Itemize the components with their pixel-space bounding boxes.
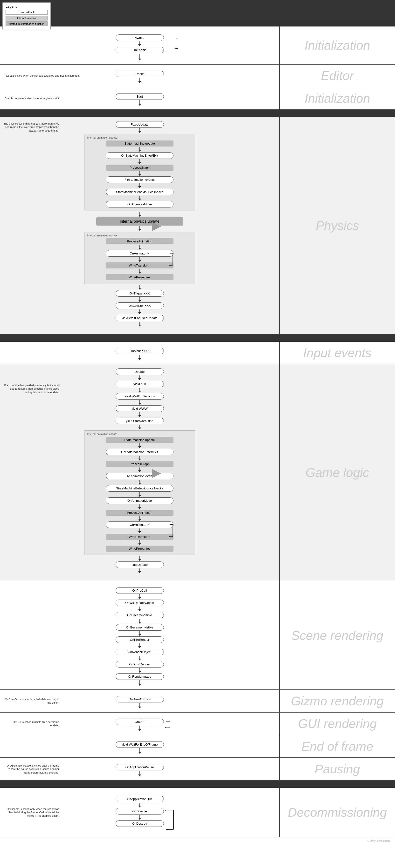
internal-physics-update: Internal physics update xyxy=(96,217,183,225)
yield-wait-for-seconds: yield WaitForSeconds xyxy=(116,393,164,400)
scene-section-label: Scene rendering xyxy=(291,628,384,643)
physics-main: The physics cycle may happen more than o… xyxy=(0,117,279,334)
editor-note: Reset is called when the script is attac… xyxy=(5,74,80,78)
on-disable: OnDisable xyxy=(116,808,164,814)
section-gui: OnGUI is called multiple time per frame … xyxy=(0,713,395,735)
gui-loop-arrow xyxy=(164,718,177,730)
section-end-of-frame: yield WaitForEndOfFrame End of frame xyxy=(0,735,395,758)
decomm-main: OnDisable is called only when the script… xyxy=(0,788,279,837)
on-state-machine-enter-exit-1: OnStateMachineEnter/Exit xyxy=(106,152,173,159)
yield-start-coroutine: yield StartCoroutine xyxy=(116,417,164,424)
gl-on-animator-move: OnAnimatorMove xyxy=(106,497,173,504)
init1-label: Initialization xyxy=(279,27,395,64)
start-node: Start xyxy=(116,93,164,100)
svg-marker-11 xyxy=(169,536,170,538)
arr-fu1 xyxy=(138,131,141,133)
section-initialization1: Awake OnEnable Initialization xyxy=(0,27,395,65)
decomm-flow: OnApplicationQuit OnDisable OnDestroy xyxy=(116,792,164,833)
gamelogic-main: If a coroutine has yielded previously bu… xyxy=(0,364,279,581)
legend-internal-function: Internal function xyxy=(5,16,48,21)
section-decommissioning: OnDisable is called only when the script… xyxy=(0,788,395,837)
gui-section-label: GUI rendering xyxy=(298,716,377,731)
update-node: Update xyxy=(116,368,164,375)
on-post-render: OnPostRender xyxy=(116,661,164,668)
on-animator-move-1: OnAnimatorMove xyxy=(106,201,173,208)
gl-write-properties: WriteProperties xyxy=(106,546,173,552)
gizmo-section-label: Gizmo rendering xyxy=(291,694,384,708)
arrow-start xyxy=(138,104,141,106)
gl-on-state-machine-enter-exit: OnStateMachineEnter/Exit xyxy=(106,449,173,455)
arrow-awake-onenable xyxy=(138,44,141,46)
on-trigger-xxx: OnTriggerXXX xyxy=(116,290,164,297)
header-bar: Legend User callback Internal function I… xyxy=(0,0,395,27)
decomm-section-label: Decommissioning xyxy=(288,805,387,819)
init1-flow: Awake OnEnable xyxy=(116,30,164,61)
section-gamelogic: If a coroutine has yielded previously bu… xyxy=(0,364,395,581)
write-properties-1: WriteProperties xyxy=(106,274,173,280)
input-flow: OnMouseXXX xyxy=(116,345,164,360)
footer: © Unity Technologies xyxy=(0,837,395,844)
gizmo-note: OnDrawGizmos is only called while workin… xyxy=(4,698,59,705)
yield-null: yield null xyxy=(116,381,164,387)
ondestroy-group: OnDestroy xyxy=(116,820,164,827)
yield-wait-end-of-frame: yield WaitForEndOfFrame xyxy=(116,741,164,748)
legend-title: Legend xyxy=(5,5,48,8)
gui-label: GUI rendering xyxy=(279,713,395,735)
arrow-reset xyxy=(138,81,141,83)
on-pre-cull: OnPreCull xyxy=(116,587,164,594)
physics-label: Physics xyxy=(279,117,395,334)
process-animation-1: ProcessAnimation xyxy=(106,238,173,244)
gamelogic-anim-group: Internal animation update State machine … xyxy=(84,430,195,555)
on-destroy: OnDestroy xyxy=(116,820,164,827)
editor-label: Editor xyxy=(279,65,395,87)
init2-flow: Start xyxy=(116,91,164,106)
gamelogic-flow: Update yield null yield WaitForSeconds y… xyxy=(84,368,195,577)
gui-note: OnGUI is called multiple time per frame … xyxy=(4,720,59,727)
init1-main: Awake OnEnable xyxy=(0,27,279,64)
gl-ik-loop-arrow xyxy=(168,521,180,540)
gizmo-main: OnDrawGizmos is only called while workin… xyxy=(0,690,279,712)
section-physics: The physics cycle may happen more than o… xyxy=(0,117,395,335)
on-application-quit: OnApplicationQuit xyxy=(116,796,164,802)
on-became-visible: OnBecameVisible xyxy=(116,612,164,618)
gamelogic-section-label: Game logic xyxy=(306,465,369,480)
gl-process-graph: ProcessGraph xyxy=(106,461,173,467)
eof-label: End of frame xyxy=(279,735,395,757)
copyright-text: © Unity Technologies xyxy=(367,840,390,842)
reset-node: Reset xyxy=(116,71,164,77)
eof-main: yield WaitForEndOfFrame xyxy=(0,735,279,757)
vline-reset xyxy=(139,78,140,81)
arrow-after-init1 xyxy=(138,59,141,61)
state-machine-behaviour-callbacks-1: StateMachineBehaviour callbacks xyxy=(106,189,173,195)
page: Legend User callback Internal function I… xyxy=(0,0,395,854)
gizmo-label: Gizmo rendering xyxy=(279,690,395,712)
section-initialization2: Start is only ever called once for a giv… xyxy=(0,87,395,110)
gui-main: OnGUI is called multiple time per frame … xyxy=(0,713,279,735)
pausing-flow: OnApplicationPause xyxy=(116,762,164,776)
input-label: Input events xyxy=(279,342,395,364)
gl-state-machine-update: State machine update xyxy=(106,437,173,443)
ik-loop-arrow-1 xyxy=(168,250,180,269)
on-draw-gizmos: OnDrawGizmos xyxy=(116,696,164,703)
on-pre-render: OnPreRender xyxy=(116,637,164,643)
late-update-node: LateUpdate xyxy=(116,561,164,568)
init1-loop-arrow xyxy=(164,34,178,53)
pausing-label: Pausing xyxy=(279,758,395,780)
section-input: OnMouseXXX Input events xyxy=(0,342,395,364)
gamelogic-label: Game logic xyxy=(279,364,395,581)
section-scene-rendering: OnPreCull OnWillRenderObject OnBecameVis… xyxy=(0,581,395,690)
decomm-loop-arrow xyxy=(164,808,183,832)
fixedupdate-node: FixedUpdate xyxy=(116,121,164,128)
input-main: OnMouseXXX xyxy=(0,342,279,364)
on-application-pause: OnApplicationPause xyxy=(116,764,164,770)
on-gui: OnGUI xyxy=(116,719,164,725)
legend: Legend User callback Internal function I… xyxy=(2,2,51,29)
fire-anim-events-1: Fire animation events xyxy=(106,176,173,183)
init2-main: Start is only ever called once for a giv… xyxy=(0,87,279,110)
gl-ik-writetransform-group: OnAnimatorIK WriteTransform xyxy=(87,521,192,540)
pausing-main: OnApplicationPause is called after the f… xyxy=(0,758,279,780)
section-editor: Reset is called when the script is attac… xyxy=(0,65,395,87)
init1-section-label: Initialization xyxy=(305,38,370,53)
separator-input xyxy=(0,335,395,342)
physics-flow: FixedUpdate Internal animation update St… xyxy=(84,121,195,330)
